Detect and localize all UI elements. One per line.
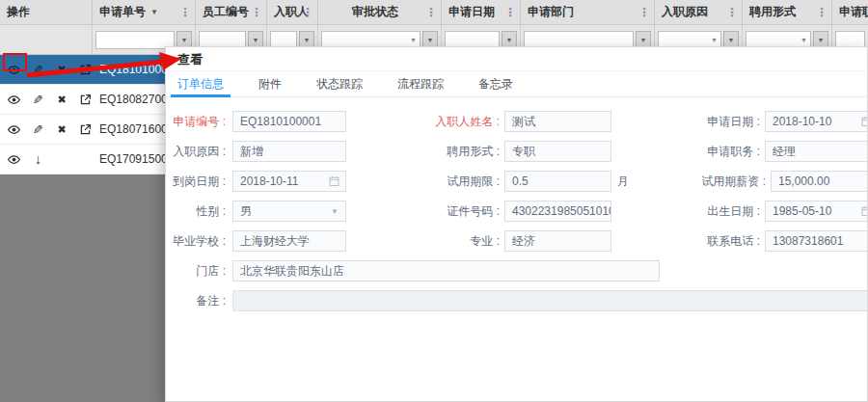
vertical-dots-icon[interactable]: ⋮ (726, 7, 738, 18)
col-header-apply-dept[interactable]: 申请部门 ⋮ (521, 0, 655, 24)
pencil-icon[interactable]: ✎ (31, 122, 45, 137)
row-actions: ✎ ✖ (0, 115, 93, 144)
calendar-icon (329, 176, 339, 187)
field-value: 经济 (512, 233, 535, 250)
probation-salary-field[interactable]: 15,000.00 (771, 171, 868, 192)
external-link-icon[interactable] (78, 93, 93, 107)
tab-memo[interactable]: 备忘录 (478, 71, 513, 96)
chevron-down-icon: ▼ (640, 37, 647, 43)
field-value: 0.5 (512, 174, 529, 188)
id-number-field[interactable]: 430223198505101042 (504, 201, 611, 222)
down-arrow-icon[interactable]: ↓ (31, 152, 45, 167)
filter-input-order-no[interactable] (95, 31, 175, 49)
tab-order-info[interactable]: 订单信息 (177, 71, 224, 96)
vertical-dots-icon[interactable]: ⋮ (638, 7, 650, 18)
field-value: 经理 (773, 144, 796, 160)
dialog-title: 查看 (166, 47, 867, 71)
arrival-date-label: 到岗日期 : (170, 174, 226, 190)
entry-reason-field[interactable]: 新增 (232, 141, 346, 162)
probation-period-label: 试用期限 : (346, 174, 500, 190)
contact-phone-field[interactable]: 13087318601 (765, 230, 868, 252)
app-screen: 操作 申请单号 ▼ ⋮ 员工编号 ⋮ 入职人 ⋮ 审批状态 ⋮ 申请日期 ⋮ 申… (0, 0, 868, 402)
col-header-entry-reason[interactable]: 入职原因 ⋮ (655, 0, 743, 24)
vertical-dots-icon[interactable]: ⋮ (425, 7, 437, 18)
field-value: 北京华联贵阳东山店 (240, 263, 344, 280)
eye-icon[interactable] (7, 152, 21, 167)
vertical-dots-icon[interactable]: ⋮ (251, 7, 262, 18)
probation-salary-label: 试用期薪资 : (629, 174, 766, 190)
pencil-icon[interactable]: ✎ (31, 93, 45, 107)
probation-period-field[interactable]: 0.5 (504, 171, 611, 192)
vertical-dots-icon[interactable]: ⋮ (302, 7, 313, 18)
calendar-icon (861, 206, 868, 217)
field-value: 男 (240, 203, 252, 220)
form-row: 备注 : (166, 289, 867, 312)
vertical-dots-icon[interactable]: ⋮ (504, 7, 516, 18)
chevron-down-icon: ▼ (506, 37, 513, 43)
entrant-name-field[interactable]: 测试 (504, 111, 611, 132)
col-header-label: 操作 (7, 4, 30, 20)
apply-position-field[interactable]: 经理 (765, 141, 868, 162)
gender-select[interactable]: 男 ▼ (232, 201, 346, 222)
view-dialog: 查看 订单信息 附件 状态跟踪 流程跟踪 备忘录 申请编号 : EQ181010… (165, 46, 868, 402)
field-value: 2018-10-11 (240, 174, 299, 188)
external-link-icon[interactable] (78, 122, 93, 137)
tab-attachments[interactable]: 附件 (258, 71, 282, 96)
chevron-down-icon: ▼ (304, 37, 311, 43)
grid-header-row: 操作 申请单号 ▼ ⋮ 员工编号 ⋮ 入职人 ⋮ 审批状态 ⋮ 申请日期 ⋮ 申… (0, 0, 868, 25)
col-header-employment-type[interactable]: 聘用形式 ⋮ (743, 0, 832, 24)
row-actions: ↓ (0, 145, 93, 174)
col-header-apply-date[interactable]: 申请日期 ⋮ (442, 0, 521, 24)
chevron-down-icon: ▼ (800, 37, 807, 43)
chevron-down-icon: ▼ (427, 37, 434, 43)
apply-date-field[interactable]: 2018-10-10 (765, 111, 868, 132)
graduate-school-label: 毕业学校 : (170, 233, 226, 250)
dialog-tabs: 订单信息 附件 状态跟踪 流程跟踪 备忘录 (166, 71, 867, 97)
col-header-order-no[interactable]: 申请单号 ▼ ⋮ (93, 0, 196, 24)
form-row: 申请编号 : EQ1810100001 入职人姓名 : 测试 申请日期 : 20… (166, 110, 867, 133)
filter-cell-actions (0, 25, 93, 54)
tab-status-tracking[interactable]: 状态跟踪 (316, 71, 363, 96)
tab-process-tracking[interactable]: 流程跟踪 (397, 71, 444, 96)
arrival-date-field[interactable]: 2018-10-11 (232, 171, 346, 192)
external-link-icon[interactable] (78, 63, 93, 77)
col-header-entrant[interactable]: 入职人 ⋮ (267, 0, 318, 24)
col-header-label: 入职原因 (662, 4, 708, 20)
store-field[interactable]: 北京华联贵阳东山店 (232, 260, 660, 281)
x-icon[interactable]: ✖ (55, 63, 69, 77)
vertical-dots-icon[interactable]: ⋮ (816, 7, 827, 18)
apply-position-label: 申请职务 : (611, 144, 760, 160)
sort-desc-icon[interactable]: ▼ (150, 8, 158, 16)
form-row: 性别 : 男 ▼ 证件号码 : 430223198505101042 出生日期 … (166, 200, 867, 223)
eye-icon[interactable] (7, 93, 21, 107)
col-header-label: 聘用形式 (749, 4, 796, 20)
vertical-dots-icon[interactable]: ⋮ (179, 7, 191, 18)
remark-field[interactable] (232, 290, 868, 311)
gender-label: 性别 : (170, 203, 226, 220)
col-header-approval-status[interactable]: 审批状态 ⋮ (318, 0, 442, 24)
graduate-school-field[interactable]: 上海财经大学 (232, 230, 346, 252)
employment-type-field[interactable]: 专职 (504, 141, 611, 162)
pencil-icon[interactable]: ✎ (31, 63, 45, 77)
col-header-apply-position[interactable]: 申请职务 (832, 0, 868, 24)
form-row: 到岗日期 : 2018-10-11 试用期限 : 0.5 月 试用期薪资 : 1… (166, 170, 867, 193)
col-header-label: 审批状态 (352, 4, 398, 20)
major-field[interactable]: 经济 (504, 230, 611, 252)
form-row: 门店 : 北京华联贵阳东山店 (166, 259, 867, 282)
entrant-name-label: 入职人姓名 : (346, 114, 500, 130)
annotation-red-box (3, 53, 27, 71)
field-value: 2018-10-10 (773, 115, 831, 128)
col-header-label: 申请职务 (839, 4, 868, 20)
eye-icon[interactable] (7, 122, 21, 137)
chevron-down-icon: ▼ (253, 37, 259, 43)
col-header-employee-no[interactable]: 员工编号 ⋮ (196, 0, 267, 24)
col-header-label: 申请日期 (448, 4, 495, 20)
x-icon[interactable]: ✖ (55, 93, 69, 107)
field-value: 1985-05-10 (773, 204, 831, 218)
application-no-field[interactable]: EQ1810100001 (232, 111, 346, 132)
employment-type-label: 聘用形式 : (346, 144, 500, 160)
birth-date-field[interactable]: 1985-05-10 (765, 201, 868, 222)
x-icon[interactable]: ✖ (55, 122, 69, 137)
row-actions: ✎ ✖ (0, 55, 93, 84)
major-label: 专业 : (346, 233, 500, 250)
